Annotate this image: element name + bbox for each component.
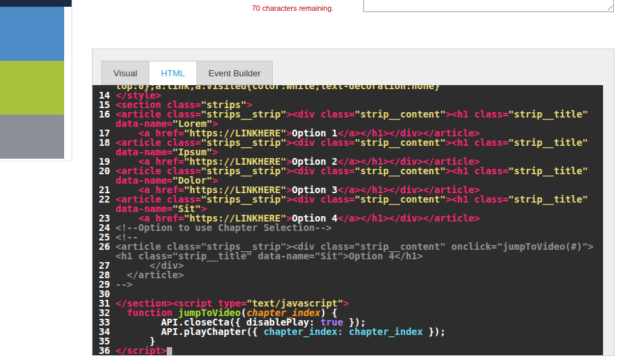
- code-line[interactable]: top:0};a:link,a:visited{color:white;text…: [93, 85, 603, 90]
- code-line[interactable]: 31</section><script type="text/javascrip…: [93, 298, 603, 308]
- code-text: </div>: [115, 261, 184, 270]
- code-line[interactable]: 32 function jumpToVideo(chapter_index) {: [93, 308, 603, 317]
- code-line[interactable]: 27 </div>: [93, 261, 603, 270]
- line-number: 30: [93, 289, 115, 298]
- code-text: }: [115, 336, 155, 346]
- tab-visual[interactable]: Visual: [101, 61, 149, 85]
- code-text: function jumpToVideo(chapter_index) {: [115, 308, 338, 317]
- code-line[interactable]: 20<article class="strips__strip"><div cl…: [93, 166, 603, 176]
- line-number: 22: [93, 194, 115, 204]
- code-line[interactable]: 26<article class="strips__strip"><div cl…: [93, 242, 603, 251]
- preview-strip-1[interactable]: [0, 7, 64, 61]
- code-line[interactable]: 15<section class="strips">: [93, 100, 603, 109]
- token-str: "strip__content": [355, 165, 446, 176]
- code-text: </script>: [115, 346, 172, 355]
- tab-bar: VisualHTMLEvent Builder: [101, 61, 273, 85]
- token-tag: ><h1 class=: [446, 194, 508, 205]
- line-number: 20: [93, 166, 115, 176]
- token-text: });: [423, 326, 446, 337]
- token-str: "strip__content": [355, 194, 446, 205]
- code-text: </article>: [115, 270, 184, 280]
- line-number: 28: [93, 270, 115, 280]
- code-text: <article class="strips__strip"><div clas…: [115, 194, 588, 204]
- line-number: 21: [93, 185, 115, 194]
- code-line[interactable]: 36</script>: [93, 346, 603, 355]
- line-number: 16: [93, 109, 115, 119]
- line-number: [93, 176, 115, 185]
- token-tag: ><h1 class=: [446, 165, 508, 176]
- line-number: 34: [93, 327, 115, 336]
- code-line[interactable]: 29-->: [93, 280, 603, 289]
- token-str: "strip__content": [355, 137, 446, 148]
- code-editor[interactable]: top:0};a:link,a:visited{color:white;text…: [93, 85, 603, 355]
- line-number: 33: [93, 317, 115, 327]
- code-line[interactable]: 19 <a href="https://LINKHERE">Option 2</…: [93, 157, 603, 166]
- code-text: data-name="Ipsum">: [115, 147, 218, 157]
- code-text: API.closeCta({ disablePlay: true });: [115, 317, 366, 327]
- code-text: <a href="https://LINKHERE">Option 4</a><…: [115, 213, 479, 223]
- line-number: 32: [93, 308, 115, 317]
- preview-strip-3[interactable]: [0, 115, 64, 159]
- code-text: <article class="strips__strip"><div clas…: [115, 166, 588, 176]
- code-line[interactable]: 21 <a href="https://LINKHERE">Option 3</…: [93, 185, 603, 194]
- code-line[interactable]: 28 </article>: [93, 270, 603, 280]
- line-number: 14: [93, 90, 115, 100]
- code-line[interactable]: 18<article class="strips__strip"><div cl…: [93, 138, 603, 147]
- code-text: </style>: [115, 90, 161, 100]
- code-line[interactable]: 34 API.playChapter({ chapter_index: chap…: [93, 327, 603, 336]
- code-line[interactable]: 17 <a href="https://LINKHERE">Option 1</…: [93, 128, 603, 138]
- code-line[interactable]: 14</style>: [93, 90, 603, 100]
- line-number: [93, 147, 115, 157]
- text-input[interactable]: [363, 0, 614, 12]
- code-line[interactable]: 25<!--: [93, 232, 603, 242]
- code-line[interactable]: <h1 class="strip__title" data-name="Sit"…: [93, 251, 603, 261]
- token-tag: ><h1 class=: [446, 109, 508, 120]
- code-line[interactable]: 35 }: [93, 336, 603, 346]
- tab-html[interactable]: HTML: [149, 61, 197, 85]
- code-text: <h1 class="strip__title" data-name="Sit"…: [115, 251, 423, 261]
- token-prop: chapter_index: [349, 326, 423, 337]
- preview-strip-2[interactable]: [0, 61, 64, 115]
- line-number: 36: [93, 346, 115, 355]
- code-line[interactable]: 30: [93, 289, 603, 298]
- code-line[interactable]: 23 <a href="https://LINKHERE">Option 4</…: [93, 213, 603, 223]
- token-tag: ><div class=: [286, 109, 355, 120]
- line-number: [93, 251, 115, 261]
- code-text: <!--: [115, 232, 138, 242]
- code-text: data-name="Sit">: [115, 204, 207, 213]
- code-line[interactable]: data-name="Lorem">: [93, 119, 603, 128]
- code-line[interactable]: 16<article class="strips__strip"><div cl…: [93, 109, 603, 119]
- token-tag: </script>: [115, 345, 167, 355]
- code-text: data-name="Dolor">: [115, 176, 218, 185]
- code-text: data-name="Lorem">: [115, 119, 218, 128]
- line-number: 23: [93, 213, 115, 223]
- code-text: <article class="strips__strip"><div clas…: [115, 138, 588, 147]
- code-line[interactable]: 24<!--Option to use Chapter Selection-->: [93, 223, 603, 232]
- line-number: 27: [93, 261, 115, 270]
- line-number: 17: [93, 128, 115, 138]
- token-str: "strip__title": [508, 109, 588, 120]
- code-text: <section class="strips">: [115, 100, 252, 109]
- line-number: 15: [93, 100, 115, 109]
- characters-remaining-label: 70 characters remaining.: [252, 4, 334, 12]
- code-text: API.playChapter({ chapter_index: chapter…: [115, 327, 446, 336]
- preview-topbar: [0, 0, 72, 7]
- code-line[interactable]: data-name="Dolor">: [93, 176, 603, 185]
- line-number: 24: [93, 223, 115, 232]
- code-text: <a href="https://LINKHERE">Option 2</a><…: [115, 157, 479, 166]
- text-cursor: [167, 347, 172, 355]
- code-line[interactable]: 22<article class="strips__strip"><div cl…: [93, 194, 603, 204]
- line-number: 19: [93, 157, 115, 166]
- token-tag: ><div class=: [286, 165, 355, 176]
- token-com: <!--Option to use Chapter Selection-->: [115, 222, 332, 233]
- code-line[interactable]: 33 API.closeCta({ disablePlay: true });: [93, 317, 603, 327]
- tab-event-builder[interactable]: Event Builder: [197, 61, 273, 85]
- token-str: "strip__title": [508, 165, 588, 176]
- line-number: 29: [93, 280, 115, 289]
- code-line[interactable]: data-name="Ipsum">: [93, 147, 603, 157]
- code-text: <article class="strips__strip"><div clas…: [115, 109, 588, 119]
- code-text: top:0};a:link,a:visited{color:white;text…: [115, 85, 440, 90]
- code-line[interactable]: data-name="Sit">: [93, 204, 603, 213]
- line-number: 18: [93, 138, 115, 147]
- token-prop: chapter_index:: [263, 326, 343, 337]
